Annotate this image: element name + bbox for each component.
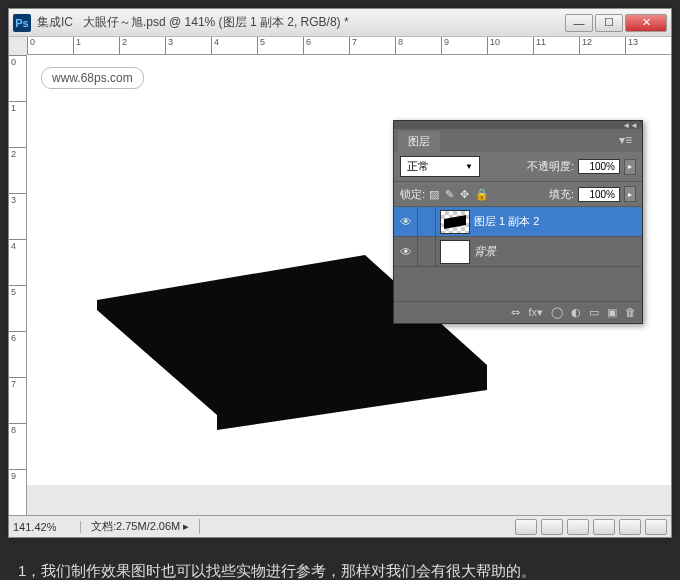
layers-tab[interactable]: 图层 (398, 131, 440, 152)
mask-icon[interactable]: ◯ (551, 306, 563, 319)
lock-position-icon[interactable]: ✥ (460, 188, 469, 201)
fill-flyout-icon[interactable]: ▸ (624, 186, 636, 202)
minimize-button[interactable]: — (565, 14, 593, 32)
window-title: 集成IC 大眼仔～旭.psd @ 141% (图层 1 副本 2, RGB/8)… (37, 14, 565, 31)
layer-row[interactable]: 👁 图层 1 副本 2 (394, 207, 642, 237)
link-layers-icon[interactable]: ⇔ (511, 306, 520, 319)
statusbar: 141.42% 文档:2.75M/2.06M ▸ (9, 515, 671, 537)
panel-collapse-bar[interactable]: ◄◄ (394, 121, 642, 129)
doc-info: 文档:2.75M/2.06M ▸ (81, 519, 200, 534)
visibility-icon[interactable]: 👁 (394, 207, 418, 236)
lock-transparency-icon[interactable]: ▨ (429, 188, 439, 201)
adjustment-icon[interactable]: ◐ (571, 306, 581, 319)
new-layer-icon[interactable]: ▣ (607, 306, 617, 319)
opacity-flyout-icon[interactable]: ▸ (624, 159, 636, 175)
status-icon[interactable] (567, 519, 589, 535)
caption: 1，我们制作效果图时也可以找些实物进行参考，那样对我们会有很大帮助的。 新建空白… (0, 546, 680, 580)
lock-pixels-icon[interactable]: ✎ (445, 188, 454, 201)
ruler-vertical: 0123456789 (9, 55, 27, 515)
zoom-field[interactable]: 141.42% (9, 521, 81, 533)
fill-label: 填充: (549, 187, 574, 202)
trash-icon[interactable]: 🗑 (625, 306, 636, 319)
opacity-label: 不透明度: (527, 159, 574, 174)
ruler-horizontal: 012345678910111213 (27, 37, 671, 55)
photoshop-window: Ps 集成IC 大眼仔～旭.psd @ 141% (图层 1 副本 2, RGB… (8, 8, 672, 538)
app-icon: Ps (13, 14, 31, 32)
link-column[interactable] (418, 207, 436, 236)
status-icon[interactable] (593, 519, 615, 535)
layer-name: 图层 1 副本 2 (474, 214, 539, 229)
status-icon[interactable] (541, 519, 563, 535)
watermark: www.68ps.com (41, 67, 144, 89)
canvas[interactable]: www.68ps.com ◄◄ 图层 ▾≡ 正常 不透明度: 100% ▸ 锁定… (27, 55, 671, 485)
layer-name: 背景 (474, 244, 496, 259)
fx-icon[interactable]: fx▾ (528, 306, 543, 319)
layer-list: 👁 图层 1 副本 2 👁 背景 (394, 207, 642, 301)
layer-thumbnail[interactable] (440, 240, 470, 264)
panel-menu-icon[interactable]: ▾≡ (613, 131, 638, 152)
lock-all-icon[interactable]: 🔒 (475, 188, 489, 201)
close-button[interactable]: ✕ (625, 14, 667, 32)
panel-footer: ⇔ fx▾ ◯ ◐ ▭ ▣ 🗑 (394, 301, 642, 323)
titlebar: Ps 集成IC 大眼仔～旭.psd @ 141% (图层 1 副本 2, RGB… (9, 9, 671, 37)
status-icon[interactable] (645, 519, 667, 535)
visibility-icon[interactable]: 👁 (394, 237, 418, 266)
maximize-button[interactable]: ☐ (595, 14, 623, 32)
layer-row[interactable]: 👁 背景 (394, 237, 642, 267)
link-column[interactable] (418, 237, 436, 266)
status-icon[interactable] (619, 519, 641, 535)
layer-thumbnail[interactable] (440, 210, 470, 234)
layers-panel: ◄◄ 图层 ▾≡ 正常 不透明度: 100% ▸ 锁定: ▨ ✎ ✥ 🔒 填充:… (393, 120, 643, 324)
opacity-input[interactable]: 100% (578, 159, 620, 174)
lock-label: 锁定: (400, 187, 425, 202)
blend-mode-dropdown[interactable]: 正常 (400, 156, 480, 177)
status-icon[interactable] (515, 519, 537, 535)
group-icon[interactable]: ▭ (589, 306, 599, 319)
fill-input[interactable]: 100% (578, 187, 620, 202)
